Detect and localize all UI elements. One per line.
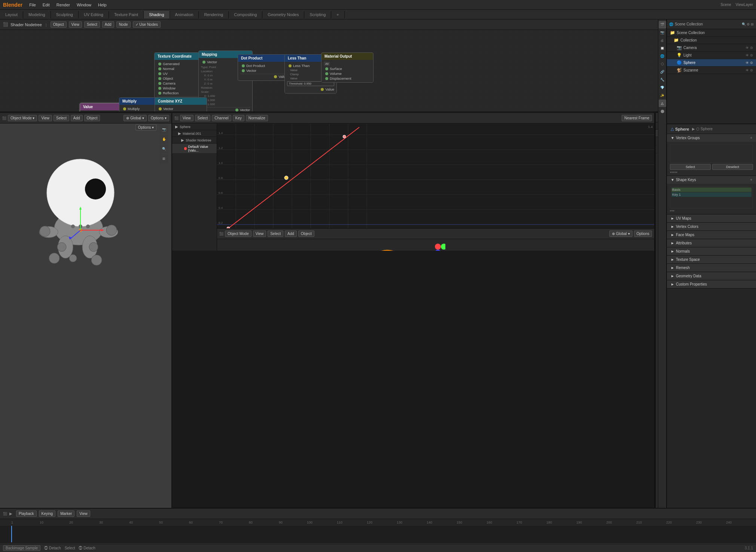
svg-point-14	[91, 255, 102, 265]
tab-uv-editing[interactable]: UV Editing	[79, 11, 109, 18]
deselect-vertex-group-btn[interactable]: Deselect	[712, 164, 753, 170]
tab-layout[interactable]: Layout	[0, 11, 23, 18]
btn-bottom-object-mode[interactable]: Object Mode	[225, 231, 252, 237]
backimage-indicator: Backimage Sample	[3, 545, 40, 551]
bottom-3d-scene[interactable]: User Perspective (1) Collection | Sphere	[217, 239, 654, 251]
btn-view[interactable]: View	[69, 21, 82, 28]
btn-bottom-global[interactable]: ⊕ Global ▾	[609, 231, 632, 237]
btn-bottom-view[interactable]: View	[253, 231, 266, 237]
tab-sculpting[interactable]: Sculpting	[51, 11, 79, 18]
btn-object[interactable]: Object	[51, 21, 67, 28]
btn-bottom-add[interactable]: Add	[285, 231, 297, 237]
view-grid-btn[interactable]: ⊞	[159, 154, 168, 163]
normals-header[interactable]: ► Normals	[667, 247, 756, 255]
btn-graph-select[interactable]: Select	[195, 115, 211, 121]
channel-default-value[interactable]: Default Value (Valu...	[172, 144, 217, 154]
btn-bottom-options[interactable]: Options	[634, 231, 652, 237]
btn-bottom-object[interactable]: Object	[298, 231, 314, 237]
btn-add-3d[interactable]: Add	[71, 115, 83, 121]
btn-options[interactable]: Options ▾	[148, 115, 169, 121]
props-icon-view-layer[interactable]: 🔲	[659, 45, 666, 52]
outliner-scene-collection[interactable]: 📁 Scene Collection	[667, 29, 756, 37]
menu-render[interactable]: Render	[54, 2, 73, 8]
btn-keying[interactable]: Keying	[39, 510, 56, 517]
props-icon-data[interactable]: △	[659, 100, 666, 107]
btn-playback[interactable]: Playback	[16, 510, 37, 517]
btn-select[interactable]: Select	[84, 21, 100, 28]
uv-maps-header[interactable]: ► UV Maps	[667, 214, 756, 222]
props-icon-object[interactable]: ⬡	[659, 60, 666, 68]
menu-edit[interactable]: Edit	[40, 2, 53, 8]
tab-scripting[interactable]: Scripting	[304, 11, 331, 18]
attributes-header[interactable]: ► Attributes	[667, 239, 756, 247]
tab-rendering[interactable]: Rendering	[199, 11, 229, 18]
vertex-colors-header[interactable]: ► Vertex Colors	[667, 223, 756, 231]
channel-sphere[interactable]: ▶ Sphere	[172, 123, 217, 130]
btn-graph-view[interactable]: View	[180, 115, 193, 121]
btn-graph-channel[interactable]: Channel	[212, 115, 231, 121]
btn-select-3d[interactable]: Select	[54, 115, 69, 121]
menu-file[interactable]: File	[26, 2, 39, 8]
btn-view[interactable]: View	[39, 115, 52, 121]
outliner-light[interactable]: 💡 Light 👁 ⚙	[667, 52, 756, 59]
remesh-header[interactable]: ► Remesh	[667, 264, 756, 272]
node-combine-xyz[interactable]: Combine XYZ Vector X: Y: 0.000 Z: Vector	[155, 97, 207, 112]
menu-help[interactable]: Help	[95, 2, 110, 8]
vertex-groups-section: ▼ Vertex Groups + Select Deselect ▾▾▾▾▾	[667, 134, 756, 176]
face-maps-header[interactable]: ► Face Maps	[667, 231, 756, 239]
btn-marker[interactable]: Marker	[58, 510, 74, 517]
outliner-collection[interactable]: 📁 Collection	[667, 37, 756, 44]
btn-object-3d[interactable]: Object	[84, 115, 100, 121]
btn-add[interactable]: Add	[102, 21, 114, 28]
texture-space-header[interactable]: ► Texture Space	[667, 256, 756, 263]
props-icon-scene[interactable]: 🎬	[659, 21, 666, 28]
props-icon-render[interactable]: 📷	[659, 29, 666, 36]
view-zoom-btn[interactable]: 🔍	[159, 144, 168, 153]
tab-animation[interactable]: Animation	[170, 11, 199, 18]
shape-keys-list: Basis Key 1	[670, 186, 753, 208]
shape-keys-header[interactable]: ▼ Shape Keys +	[667, 176, 756, 184]
btn-global[interactable]: ⊕ Global ▾	[124, 115, 146, 121]
tab-geometry-nodes[interactable]: Geometry Nodes	[262, 11, 304, 18]
remesh-section: ► Remesh	[667, 264, 756, 272]
geometry-data-header[interactable]: ► Geometry Data	[667, 272, 756, 280]
viewport-canvas-3d[interactable]: 📷 ✋ 🔍 ⊞ Options ▾	[0, 123, 171, 508]
timeline-toolbar: ⬛ ▶ Playback Keying Marker View	[0, 509, 756, 519]
channel-material[interactable]: ▶ Material.001	[172, 130, 217, 137]
btn-bottom-select[interactable]: Select	[268, 231, 283, 237]
node-material-output[interactable]: Material Output All Surface Volume Displ…	[321, 52, 374, 83]
timeline-bar[interactable]: 1 10 20 30 40 50 60 70 80 90 100 110 120…	[0, 519, 756, 542]
tab-shading[interactable]: Shading	[144, 11, 170, 18]
props-icon-material[interactable]: ⬤	[659, 107, 666, 115]
btn-node[interactable]: Node	[116, 21, 131, 28]
workspace-tabs: Layout Modeling Sculpting UV Editing Tex…	[0, 10, 756, 19]
props-icon-world[interactable]: 🌐	[659, 52, 666, 60]
menu-window[interactable]: Window	[74, 2, 94, 8]
outliner-camera[interactable]: 📷 Camera 👁 ⚙	[667, 44, 756, 52]
view-hand-btn[interactable]: ✋	[159, 135, 168, 144]
btn-graph-key[interactable]: Key	[233, 115, 244, 121]
btn-normalize[interactable]: Normalize	[246, 115, 268, 121]
custom-properties-header[interactable]: ► Custom Properties	[667, 280, 756, 288]
props-icon-constraints[interactable]: 🔗	[659, 68, 666, 76]
node-dot-product[interactable]: Dot Product Dot Product Vector Value	[238, 54, 290, 81]
tab-compositing[interactable]: Compositing	[229, 11, 262, 18]
props-icon-particles[interactable]: ✨	[659, 92, 666, 99]
viewport-options-btn[interactable]: Options ▾	[135, 125, 156, 129]
outliner-sphere[interactable]: 🔵 Sphere 👁 ⚙	[667, 59, 756, 67]
btn-nearest-frame[interactable]: Nearest Frame	[622, 115, 652, 121]
props-icon-output[interactable]: 🖨	[659, 37, 666, 44]
btn-timeline-view[interactable]: View	[77, 510, 90, 517]
tab-modeling[interactable]: Modeling	[23, 11, 51, 18]
select-vertex-group-btn[interactable]: Select	[670, 164, 711, 170]
props-icon-modifiers[interactable]: 🔧	[659, 76, 666, 83]
btn-object-mode[interactable]: Object Mode ▾	[8, 115, 37, 121]
btn-use-nodes[interactable]: ✓ Use Nodes	[133, 21, 161, 28]
props-icon-shading[interactable]: 💎	[659, 84, 666, 91]
tab-add[interactable]: +	[331, 11, 344, 18]
tab-texture-paint[interactable]: Texture Paint	[109, 11, 144, 18]
outliner-suzanne[interactable]: 🐒 Suzanne 👁 ⚙	[667, 67, 756, 74]
vertex-groups-header[interactable]: ▼ Vertex Groups +	[667, 134, 756, 142]
channel-nodetree[interactable]: ▶ Shader Nodetree	[172, 137, 217, 144]
view-camera-btn[interactable]: 📷	[159, 125, 168, 134]
